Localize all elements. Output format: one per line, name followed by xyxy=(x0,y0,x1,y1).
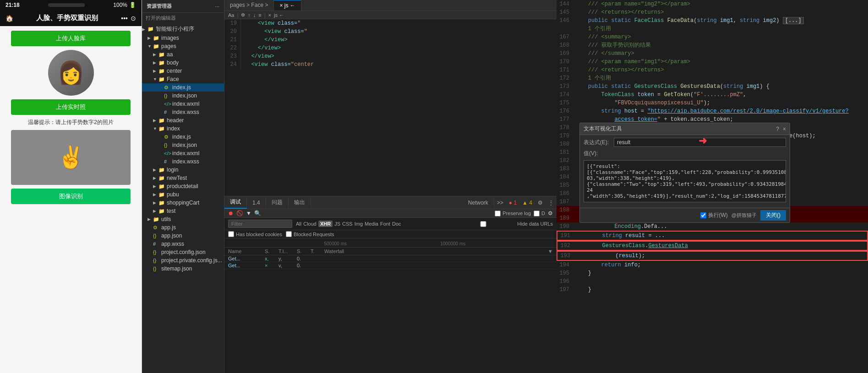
watch-result-display: [{"result": [{"classname":"Face","top":1… xyxy=(584,160,786,202)
search-icon[interactable]: 🔍 xyxy=(254,210,261,216)
request-type: y, xyxy=(278,256,297,261)
recognize-button[interactable]: 图像识别 xyxy=(11,189,130,204)
record-btn[interactable]: ⏺ xyxy=(228,210,234,216)
tree-item-face-indexjs[interactable]: ⚙ index.js xyxy=(142,83,224,92)
blocked-requests-check[interactable]: Blocked Requests xyxy=(286,231,334,237)
expression-input[interactable] xyxy=(614,138,786,147)
tree-item-productdetail[interactable]: ▶ 📁 productdetail xyxy=(142,182,224,190)
toolbar-sep1: | xyxy=(237,12,238,18)
filter-media[interactable]: Media xyxy=(365,221,378,227)
network-column-headers: Name S. T.I... S. T. Waterfall ▼ xyxy=(224,248,557,255)
filter-all[interactable]: All xyxy=(296,221,301,227)
tree-item-images[interactable]: ▶ 📁 images xyxy=(142,34,224,42)
tree-item-newtest[interactable]: ▶ 📁 newTest xyxy=(142,174,224,182)
sort-icon[interactable]: ▼ xyxy=(548,249,553,254)
tree-item-pubu[interactable]: ▶ 📁 pubu xyxy=(142,190,224,199)
tree-item-appwxss[interactable]: # app.wxss xyxy=(142,240,224,248)
d-check[interactable]: D xyxy=(534,211,545,216)
toolbar-add[interactable]: ⊕ xyxy=(241,12,245,18)
tree-item-body[interactable]: ▶ 📁 body xyxy=(142,59,224,67)
filter-cloud[interactable]: Cloud xyxy=(303,221,317,227)
tree-item-pages[interactable]: ▼ 📁 pages xyxy=(142,42,224,50)
filter-img[interactable]: Img xyxy=(355,221,363,227)
filter-css[interactable]: CSS xyxy=(342,221,353,227)
arrow-icon: ▶ xyxy=(153,118,158,123)
upload-realtime-button[interactable]: 上传实时照 xyxy=(11,99,130,115)
debug-more-icon[interactable]: ⋮ xyxy=(546,199,557,207)
filter-js[interactable]: JS xyxy=(334,221,340,227)
tree-item-shoppingcart[interactable]: ▶ 📁 shoppingCart xyxy=(142,199,224,207)
tree-item-index-js[interactable]: ⚙ index.js xyxy=(142,133,224,141)
tab-js-active[interactable]: × js ← xyxy=(274,0,301,11)
watch-dialog: 文本可视化工具 ? × 表达式(E): 值(V): [{"result": [{… xyxy=(579,123,790,223)
toolbar-js[interactable]: js ← xyxy=(274,12,284,18)
tab-version[interactable]: 1.4 xyxy=(247,198,266,208)
upload-face-button[interactable]: 上传人脸库 xyxy=(11,31,130,46)
code-content[interactable]: <view class=" <view class=" </view> </vi… xyxy=(241,19,557,69)
tree-item-index-wxml[interactable]: </> index.wxml xyxy=(142,149,224,157)
tree-item-test[interactable]: ▶ 📁 test xyxy=(142,207,224,215)
debug-btn[interactable]: 打开的编辑器 xyxy=(146,15,176,22)
hide-data-urls-check[interactable]: Hide data URLs xyxy=(451,221,553,227)
tree-item-appjs[interactable]: ⚙ app.js xyxy=(142,223,224,232)
tree-item-login[interactable]: ▶ 📁 login xyxy=(142,166,224,174)
tab-debug[interactable]: 调试 xyxy=(224,196,247,209)
tree-item-index[interactable]: ▼ 📁 index xyxy=(142,124,224,133)
request-name: Get... xyxy=(228,263,265,268)
debug-expand-icon[interactable]: >> xyxy=(494,199,506,207)
toolbar-close[interactable]: × xyxy=(268,12,271,18)
tree-item-sitemap[interactable]: {} sitemap.json xyxy=(142,265,224,273)
app-name: 智能银行小程序 xyxy=(156,25,194,33)
arrow-icon: ▶ xyxy=(153,52,158,57)
settings-icon[interactable]: ⚙ xyxy=(548,210,553,216)
tree-item-projectprivate[interactable]: {} project.private.config.js... xyxy=(142,256,224,265)
debug-settings-icon[interactable]: ⚙ xyxy=(535,199,546,207)
folder-icon: 📁 xyxy=(158,60,166,66)
wordwrap-check[interactable]: 换行(W) xyxy=(700,211,728,219)
tree-item-header[interactable]: ▶ 📁 header xyxy=(142,116,224,124)
tree-app-root[interactable]: ▶ 📁 智能银行小程序 xyxy=(142,24,224,34)
tree-item-face[interactable]: ▼ 📁 Face xyxy=(142,75,224,83)
preserve-log-check[interactable]: Preserve log xyxy=(495,211,531,216)
tree-item-face-indexwxss[interactable]: # index.wxss xyxy=(142,108,224,116)
help-icon[interactable]: ? xyxy=(776,126,779,132)
tree-item-projectconfig[interactable]: {} project.config.json xyxy=(142,248,224,256)
code-line-22: </view> xyxy=(245,44,557,52)
mobile-panel: 21:18 100% 🔋 🏠 人脸、手势双重识别 ••• ⊙ 上传人脸库 👩 上… xyxy=(0,0,142,373)
tree-item-center[interactable]: ▶ 📁 center xyxy=(142,67,224,75)
close-icon[interactable]: × xyxy=(783,126,786,132)
has-blocked-check[interactable]: Has blocked cookies xyxy=(228,231,282,237)
close-button[interactable]: 关闭() xyxy=(760,210,786,221)
tab-output[interactable]: 输出 xyxy=(289,197,311,208)
tree-item-aa[interactable]: ▶ 📁 aa xyxy=(142,50,224,59)
code-line-23: </view> xyxy=(245,52,557,60)
filter-doc[interactable]: Doc xyxy=(392,221,401,227)
tree-item-index-json[interactable]: {} index.json xyxy=(142,141,224,149)
tab-problems[interactable]: 问题 xyxy=(266,197,289,208)
tree-item-index-wxss[interactable]: # index.wxss xyxy=(142,157,224,166)
filter-xhr[interactable]: XHR xyxy=(318,221,333,227)
toolbar-down[interactable]: ↓ xyxy=(253,12,256,18)
folder-name: test xyxy=(167,208,175,214)
tree-item-appjson[interactable]: {} app.json xyxy=(142,232,224,240)
tab-pages-face[interactable]: pages > Face > xyxy=(224,0,274,11)
clear-btn[interactable]: 🚫 xyxy=(236,210,243,216)
arrow-icon: ▶ xyxy=(147,36,153,40)
toolbar-aa[interactable]: Aa xyxy=(228,12,234,18)
wordwrap-label: 换行(W) xyxy=(708,211,728,219)
folder-icon: 📁 xyxy=(158,68,166,74)
network-row-2[interactable]: Get... × v, 0. xyxy=(224,262,557,269)
toolbar-menu[interactable]: ≡ xyxy=(258,12,261,18)
network-row-1[interactable]: Get... x, y, 0. xyxy=(224,255,557,262)
col-waterfall: Waterfall xyxy=(324,249,548,254)
tab-network[interactable]: Network xyxy=(463,198,494,208)
tree-item-utils[interactable]: ▶ 📁 utils xyxy=(142,215,224,223)
csharp-line-175: 175 "FBVOcquiquasnopixcessui_U"); xyxy=(557,99,868,107)
filter-btn-icon[interactable]: ▼ xyxy=(246,210,251,216)
filter-font[interactable]: Font xyxy=(380,221,390,227)
filter-input[interactable] xyxy=(228,220,292,228)
tree-item-face-indexjson[interactable]: {} index.json xyxy=(142,92,224,100)
filetree-menu-icon[interactable]: ··· xyxy=(215,4,219,9)
toolbar-up[interactable]: ↑ xyxy=(248,12,251,18)
tree-item-face-indexwxml[interactable]: </> index.wxml xyxy=(142,100,224,108)
